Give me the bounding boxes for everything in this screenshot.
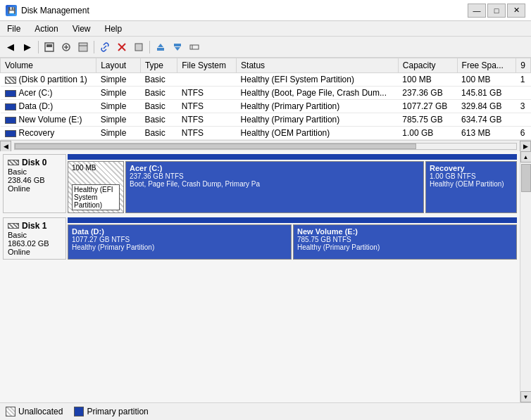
- cell-capacity: 1.00 GB: [398, 127, 457, 140]
- maximize-button[interactable]: □: [487, 4, 506, 18]
- cell-type: Basic: [140, 100, 177, 113]
- app-icon: 💾: [6, 5, 17, 16]
- cell-volume: Data (D:): [1, 100, 96, 113]
- cell-col8: 1: [516, 73, 531, 87]
- title-bar: 💾 Disk Management — □ ✕: [0, 0, 531, 21]
- table-row[interactable]: New Volume (E:)SimpleBasicNTFSHealthy (P…: [1, 113, 531, 127]
- scroll-track[interactable]: [14, 143, 517, 150]
- col-status[interactable]: Status: [237, 58, 399, 73]
- toolbar-btn-4[interactable]: [131, 39, 146, 55]
- forward-button[interactable]: ▶: [20, 39, 35, 55]
- segment-recovery[interactable]: Recovery 1.00 GB NTFS Healthy (OEM Parti…: [425, 161, 517, 213]
- c-size: 237.36 GB NTFS: [130, 172, 420, 180]
- close-button[interactable]: ✕: [507, 4, 525, 18]
- scroll-down-btn[interactable]: ▼: [520, 391, 532, 402]
- toolbar-btn-1[interactable]: [42, 39, 57, 55]
- cell-capacity: 100 MB: [398, 73, 457, 87]
- scroll-v-track[interactable]: [521, 163, 531, 391]
- horizontal-scrollbar[interactable]: ◀ ▶: [0, 140, 531, 151]
- cell-type: Basic: [140, 73, 177, 87]
- partition-table-container[interactable]: Volume Layout Type File System Status Ca…: [0, 58, 531, 140]
- cell-layout: Simple: [96, 127, 141, 140]
- cell-filesystem: NTFS: [177, 113, 237, 127]
- table-row[interactable]: Data (D:)SimpleBasicNTFSHealthy (Primary…: [1, 100, 531, 113]
- cell-volume: New Volume (E:): [1, 113, 96, 127]
- import-button[interactable]: [153, 39, 168, 55]
- table-row[interactable]: Acer (C:)SimpleBasicNTFSHealthy (Boot, P…: [1, 87, 531, 100]
- cell-freespace: 634.74 GB: [457, 113, 516, 127]
- col-capacity[interactable]: Capacity: [398, 58, 457, 73]
- content-wrapper: Disk 0 Basic 238.46 GB Online 100 MB: [0, 151, 531, 402]
- cell-layout: Simple: [96, 100, 141, 113]
- disk-1-size: 1863.02 GB: [8, 239, 61, 248]
- scroll-up-btn[interactable]: ▲: [520, 151, 532, 163]
- cell-freespace: 145.81 GB: [457, 87, 516, 100]
- cell-col8: 3: [516, 100, 531, 113]
- cell-freespace: 613 MB: [457, 127, 516, 140]
- disk-1-header-bar: [68, 217, 517, 223]
- primary-icon: [74, 407, 84, 416]
- disk-0-header-bar: [68, 154, 517, 160]
- cell-type: Basic: [140, 113, 177, 127]
- scroll-thumb[interactable]: [15, 144, 416, 149]
- table-row[interactable]: RecoverySimpleBasicNTFSHealthy (OEM Part…: [1, 127, 531, 140]
- svg-marker-13: [175, 47, 180, 51]
- segment-efi[interactable]: 100 MB Healthy (EFI System Partition): [68, 161, 124, 213]
- segment-data[interactable]: Data (D:) 1077.27 GB NTFS Healthy (Prima…: [68, 224, 292, 260]
- recovery-label: Recovery: [430, 164, 513, 172]
- cell-filesystem: [177, 73, 237, 87]
- svg-rect-5: [79, 43, 87, 51]
- cell-capacity: 785.75 GB: [398, 113, 457, 127]
- toolbar-separator-3: [149, 41, 150, 53]
- segment-newvol[interactable]: New Volume (E:) 785.75 GB NTFS Healthy (…: [293, 224, 517, 260]
- disk-1-icon: [8, 223, 19, 229]
- menu-file[interactable]: File: [0, 23, 27, 35]
- col-layout[interactable]: Layout: [96, 58, 141, 73]
- cell-layout: Simple: [96, 113, 141, 127]
- svg-rect-9: [135, 44, 142, 51]
- disk-0-info: Disk 0 Basic 238.46 GB Online: [3, 154, 66, 213]
- disk-1-type: Basic: [8, 231, 61, 239]
- delete-button[interactable]: [114, 39, 130, 55]
- minimize-button[interactable]: —: [468, 4, 486, 18]
- window-title: Disk Management: [21, 6, 89, 15]
- legend-primary: Primary partition: [74, 407, 148, 416]
- toolbar-btn-link[interactable]: [97, 39, 113, 55]
- segment-c[interactable]: Acer (C:) 237.36 GB NTFS Boot, Page File…: [125, 161, 424, 213]
- col-extra[interactable]: 9: [516, 58, 531, 73]
- scroll-left-btn[interactable]: ◀: [0, 141, 11, 152]
- cell-col8: [516, 113, 531, 127]
- disk-view-outer: Disk 0 Basic 238.46 GB Online 100 MB: [0, 151, 520, 402]
- export-button[interactable]: [170, 39, 185, 55]
- cell-freespace: 329.84 GB: [457, 100, 516, 113]
- toolbar: ◀ ▶: [0, 37, 531, 58]
- menu-view[interactable]: View: [65, 23, 98, 35]
- disk-0-status: Online: [8, 184, 61, 193]
- cell-status: Healthy (OEM Partition): [237, 127, 399, 140]
- table-row[interactable]: (Disk 0 partition 1)SimpleBasicHealthy (…: [1, 73, 531, 87]
- back-button[interactable]: ◀: [3, 39, 18, 55]
- disk-view[interactable]: Disk 0 Basic 238.46 GB Online 100 MB: [0, 151, 520, 402]
- menu-help[interactable]: Help: [98, 23, 130, 35]
- col-freespace[interactable]: Free Spa...: [457, 58, 516, 73]
- toolbar-btn-3[interactable]: [75, 39, 91, 55]
- cell-status: Healthy (Primary Partition): [237, 113, 399, 127]
- partition-table: Volume Layout Type File System Status Ca…: [0, 58, 531, 140]
- col-volume[interactable]: Volume: [1, 58, 96, 73]
- scroll-right-btn[interactable]: ▶: [520, 141, 531, 152]
- col-filesystem[interactable]: File System: [177, 58, 237, 73]
- toolbar-btn-5[interactable]: [187, 39, 202, 55]
- status-bar: Unallocated Primary partition: [0, 402, 531, 420]
- data-status: Healthy (Primary Partition): [72, 243, 287, 251]
- recovery-status: Healthy (OEM Partition): [430, 180, 513, 188]
- title-bar-left: 💾 Disk Management: [6, 5, 89, 16]
- scroll-v-thumb[interactable]: [521, 164, 531, 192]
- svg-rect-12: [174, 44, 181, 46]
- menu-action[interactable]: Action: [27, 23, 65, 35]
- cell-filesystem: NTFS: [177, 100, 237, 113]
- cell-volume: Recovery: [1, 127, 96, 140]
- toolbar-btn-2[interactable]: [58, 39, 74, 55]
- col-type[interactable]: Type: [140, 58, 177, 73]
- cell-status: Healthy (Boot, Page File, Crash Dum...: [237, 87, 399, 100]
- disk-0-row: Disk 0 Basic 238.46 GB Online 100 MB: [3, 154, 517, 213]
